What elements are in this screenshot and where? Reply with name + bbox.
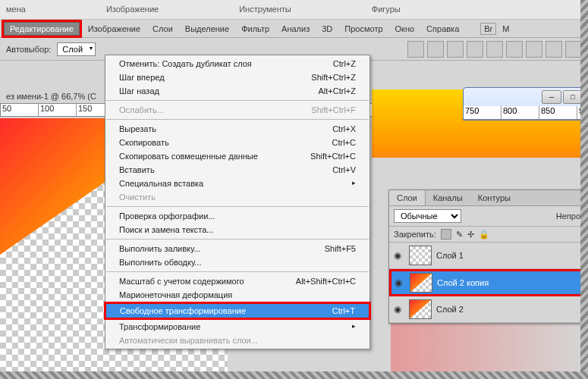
menu-item-shortcut: Ctrl+Z xyxy=(333,59,356,68)
window-titlebar[interactable]: ─ □ ✕ xyxy=(464,88,588,106)
menu-item-label: Выполнить обводку... xyxy=(119,258,201,267)
autoselect-label: Автовыбор: xyxy=(6,45,51,54)
tab-channels[interactable]: Каналы xyxy=(426,190,470,205)
window-ruler: 750 800 850 900 xyxy=(464,106,588,120)
menu-analysis[interactable]: Анализ xyxy=(275,22,316,36)
menu-m[interactable]: M xyxy=(496,22,515,36)
layer-name[interactable]: Слой 1 xyxy=(436,251,464,260)
autoselect-select[interactable]: Слой xyxy=(57,42,96,56)
menu-item-shortcut: Shift+Ctrl+C xyxy=(310,152,356,161)
visibility-eye-icon[interactable] xyxy=(394,304,404,315)
layer-options: Обычные Непроз xyxy=(389,206,588,227)
menu-edit[interactable]: Редактирование xyxy=(4,22,80,36)
topbar-undo[interactable]: мена xyxy=(0,2,32,17)
distribute-icon[interactable] xyxy=(565,41,582,58)
menu-help[interactable]: Справка xyxy=(420,22,465,36)
menu-window[interactable]: Окно xyxy=(389,22,421,36)
menu-item[interactable]: Поиск и замена текста... xyxy=(105,223,369,236)
visibility-eye-icon[interactable] xyxy=(395,277,405,288)
menu-item[interactable]: Скопировать совмещенные данныеShift+Ctrl… xyxy=(105,149,369,163)
torn-edge-right xyxy=(580,0,588,379)
align-icon[interactable] xyxy=(447,41,464,58)
menu-item-label: Поиск и замена текста... xyxy=(119,225,214,234)
menu-item-label: Выполнить заливку... xyxy=(119,244,201,253)
menu-item[interactable]: Шаг назадAlt+Ctrl+Z xyxy=(105,84,369,98)
menu-item-label: Специальная вставка xyxy=(119,179,203,188)
menu-item[interactable]: Отменить: Создать дубликат слояCtrl+Z xyxy=(105,57,369,70)
align-icon[interactable] xyxy=(427,41,444,58)
align-icon[interactable] xyxy=(486,41,503,58)
layer-name[interactable]: Слой 2 xyxy=(436,305,464,314)
menu-item-label: Шаг вперед xyxy=(119,73,165,82)
layer-thumbnail[interactable] xyxy=(410,273,432,293)
layer-row[interactable]: Слой 1 xyxy=(389,243,588,269)
highlight-edit: Редактирование xyxy=(2,20,82,38)
menu-item-shortcut: Ctrl+V xyxy=(332,165,356,174)
menu-br[interactable]: Br xyxy=(480,23,496,35)
menu-item-shortcut: Shift+Ctrl+Z xyxy=(311,73,356,82)
minimize-button[interactable]: ─ xyxy=(542,90,561,104)
lock-all-icon[interactable]: 🔒 xyxy=(479,230,489,240)
menu-item-label: Вырезать xyxy=(119,124,156,133)
menu-item-label: Автоматически выравнивать слои... xyxy=(119,336,258,345)
menu-item-label: Масштаб с учетом содержимого xyxy=(119,277,244,286)
menu-view[interactable]: Просмотр xyxy=(338,22,388,36)
menu-item[interactable]: Выполнить заливку...Shift+F5 xyxy=(105,242,369,255)
lock-move-icon[interactable]: ✢ xyxy=(467,230,474,240)
layer-row[interactable]: Слой 2 xyxy=(389,296,588,323)
menu-image[interactable]: Изображение xyxy=(82,22,146,36)
menu-item-shortcut: Shift+F5 xyxy=(325,244,356,253)
menu-item[interactable]: Специальная вставка xyxy=(105,177,369,190)
menu-select[interactable]: Выделение xyxy=(179,22,235,36)
align-icon[interactable] xyxy=(467,41,483,58)
menu-item-label: Вставить xyxy=(119,165,155,174)
document-window[interactable]: ─ □ ✕ 750 800 850 900 xyxy=(463,87,588,121)
menu-item[interactable]: Трансформирование xyxy=(105,320,369,334)
menu-item-shortcut: Alt+Shift+Ctrl+C xyxy=(296,277,356,286)
lock-label: Закрепить: xyxy=(394,230,436,239)
menu-item[interactable]: Марионеточная деформация xyxy=(105,288,369,302)
menu-item-shortcut: Shift+Ctrl+F xyxy=(311,105,356,114)
menu-item[interactable]: Свободное трансформированиеCtrl+T xyxy=(106,304,369,318)
menu-item[interactable]: ВырезатьCtrl+X xyxy=(105,122,369,136)
layer-name[interactable]: Слой 2 копия xyxy=(437,278,489,287)
menu-item-shortcut: Ctrl+C xyxy=(332,138,356,147)
layer-list: Слой 1Слой 2 копияСлой 2 xyxy=(389,243,588,323)
menu-filter[interactable]: Фильтр xyxy=(235,22,275,36)
menu-item: Ослабить...Shift+Ctrl+F xyxy=(105,103,369,117)
lock-brush-icon[interactable]: ✎ xyxy=(456,230,463,240)
menu-item-label: Трансформирование xyxy=(119,322,200,331)
menu-item[interactable]: ВставитьCtrl+V xyxy=(105,163,369,177)
menu-item-label: Скопировать совмещенные данные xyxy=(119,152,258,161)
distribute-icon[interactable] xyxy=(526,41,542,58)
layer-row[interactable]: Слой 2 копия xyxy=(389,269,588,296)
menu-item: Очистить xyxy=(105,190,369,204)
menu-item-shortcut: Ctrl+X xyxy=(332,124,356,133)
align-icon[interactable] xyxy=(407,41,424,58)
topbar-tools[interactable]: Инструменты xyxy=(233,2,297,17)
topbar-shapes[interactable]: Фигуры xyxy=(366,2,407,17)
layers-panel[interactable]: Слои Каналы Контуры Обычные Непроз Закре… xyxy=(388,190,588,324)
menu-item[interactable]: Проверка орфографии... xyxy=(105,209,369,223)
menu-item-label: Ослабить... xyxy=(119,105,164,114)
tab-paths[interactable]: Контуры xyxy=(470,190,518,205)
topbar-image[interactable]: Изображение xyxy=(100,2,165,17)
blend-mode-select[interactable]: Обычные xyxy=(394,209,461,223)
menu-item-label: Шаг назад xyxy=(119,86,159,96)
distribute-icon[interactable] xyxy=(546,41,562,58)
edit-dropdown-menu: Отменить: Создать дубликат слояCtrl+ZШаг… xyxy=(105,55,370,349)
tab-layers[interactable]: Слои xyxy=(389,190,426,205)
menu-item[interactable]: Выполнить обводку... xyxy=(105,255,369,269)
lock-pixels-icon[interactable] xyxy=(441,229,451,240)
menu-item[interactable]: Масштаб с учетом содержимогоAlt+Shift+Ct… xyxy=(105,274,369,288)
layer-thumbnail[interactable] xyxy=(409,246,432,265)
app-topbar: мена Изображение Инструменты Фигуры xyxy=(0,0,588,20)
layer-thumbnail[interactable] xyxy=(409,299,432,319)
panel-tabs: Слои Каналы Контуры xyxy=(389,190,588,206)
menu-item[interactable]: СкопироватьCtrl+C xyxy=(105,136,369,149)
menu-3d[interactable]: 3D xyxy=(316,22,338,36)
visibility-eye-icon[interactable] xyxy=(394,250,404,261)
menu-layers[interactable]: Слои xyxy=(146,22,179,36)
menu-item[interactable]: Шаг впередShift+Ctrl+Z xyxy=(105,70,369,84)
align-icon[interactable] xyxy=(506,41,523,58)
